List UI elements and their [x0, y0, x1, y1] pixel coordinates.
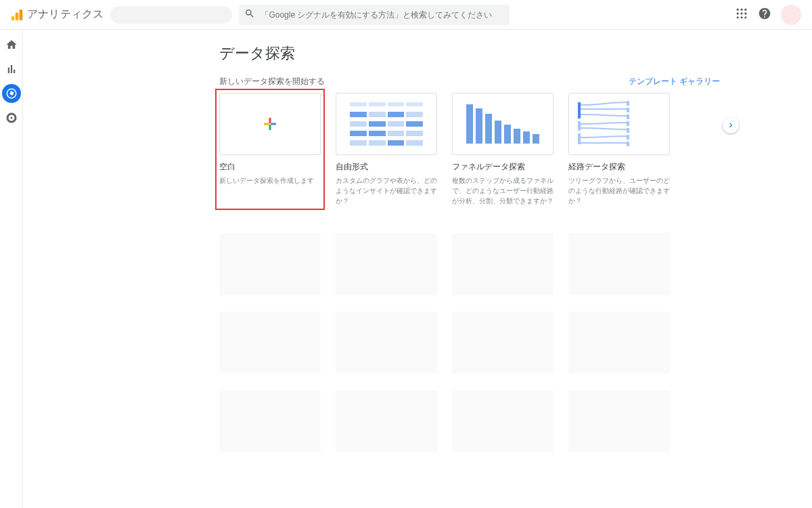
svg-rect-12: [269, 118, 271, 123]
template-desc: ツリーグラフから、ユーザーのどのような行動経路が確認できますか？: [568, 175, 670, 206]
reports-icon: [5, 63, 18, 75]
templates-next-button[interactable]: [723, 117, 739, 133]
template-thumb-funnel: [452, 93, 554, 155]
template-gallery-link[interactable]: テンプレート ギャラリー: [629, 76, 720, 87]
svg-point-6: [737, 12, 739, 14]
template-title: 自由形式: [336, 162, 437, 173]
template-card-path[interactable]: 経路データ探索 ツリーグラフから、ユーザーのどのような行動経路が確認できますか？: [568, 93, 670, 206]
account-picker[interactable]: [110, 6, 232, 24]
main-content: データ探索 新しいデータ探索を開始する テンプレート ギャラリー: [23, 30, 812, 508]
sidebar-item-reports[interactable]: [2, 60, 21, 79]
svg-rect-0: [12, 16, 15, 20]
svg-rect-13: [271, 123, 276, 125]
template-desc: 複数のステップから成るファネルで、どのようなユーザー行動経路が分析、分割、分類で…: [452, 175, 554, 206]
template-desc: 新しいデータ探索を作成します: [219, 175, 321, 186]
ga-logo-icon: [9, 7, 24, 22]
user-avatar[interactable]: [781, 5, 801, 25]
svg-point-10: [740, 16, 742, 18]
plus-icon: [262, 116, 278, 132]
template-title: 空白: [219, 162, 321, 173]
search-icon: [244, 8, 255, 22]
left-nav: [0, 30, 23, 508]
sidebar-item-advertising[interactable]: [2, 108, 21, 127]
template-title: 経路データ探索: [568, 162, 670, 173]
sidebar-item-home[interactable]: [2, 35, 21, 54]
template-thumb-freeform: [336, 93, 437, 155]
template-title: ファネルデータ探索: [452, 162, 554, 173]
template-card-blank[interactable]: 空白 新しいデータ探索を作成します: [219, 93, 321, 206]
search-box[interactable]: [239, 5, 510, 25]
app-header: アナリティクス: [0, 0, 812, 30]
svg-point-8: [744, 12, 746, 14]
svg-point-11: [744, 16, 746, 18]
home-icon: [5, 39, 18, 51]
search-input[interactable]: [261, 10, 504, 20]
svg-point-4: [740, 8, 742, 10]
template-thumb-blank: [219, 93, 321, 155]
chevron-right-icon: [726, 121, 736, 130]
section-label: 新しいデータ探索を開始する: [219, 76, 325, 87]
template-card-freeform[interactable]: 自由形式 カスタムのグラフや表から、どのようなインサイトが確認できますか？: [336, 93, 437, 206]
app-title: アナリティクス: [27, 7, 104, 22]
svg-rect-2: [20, 9, 23, 20]
advertising-icon: [5, 112, 18, 124]
explorations-list-placeholder: [219, 233, 720, 452]
svg-point-9: [737, 16, 739, 18]
svg-rect-1: [16, 12, 19, 20]
svg-rect-15: [264, 123, 269, 125]
svg-point-5: [744, 8, 746, 10]
explore-icon: [5, 87, 18, 100]
svg-point-7: [740, 12, 742, 14]
help-icon[interactable]: [758, 7, 771, 23]
apps-icon[interactable]: [735, 7, 748, 23]
template-card-funnel[interactable]: ファネルデータ探索 複数のステップから成るファネルで、どのようなユーザー行動経路…: [452, 93, 554, 206]
sidebar-item-explore[interactable]: [2, 84, 21, 103]
template-desc: カスタムのグラフや表から、どのようなインサイトが確認できますか？: [336, 175, 437, 206]
svg-rect-14: [269, 125, 271, 130]
template-thumb-path: [568, 93, 670, 155]
page-title: データ探索: [219, 43, 720, 64]
svg-point-3: [737, 8, 739, 10]
template-list: 空白 新しいデータ探索を作成します 自由形式: [219, 93, 720, 206]
